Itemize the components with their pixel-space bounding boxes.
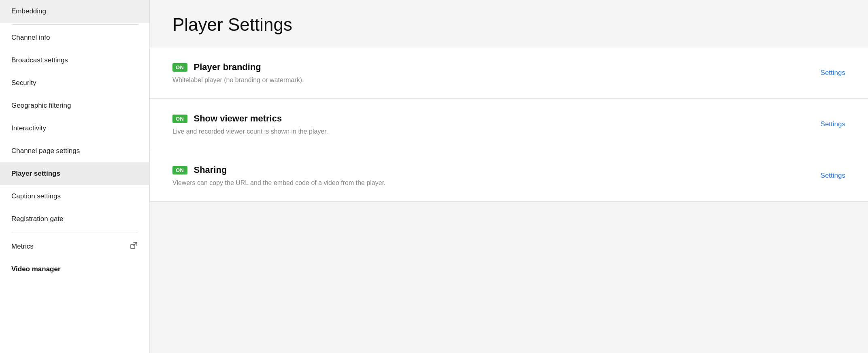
- settings-link-player-branding[interactable]: Settings: [821, 69, 845, 77]
- sidebar-item-channel-page-settings[interactable]: Channel page settings: [0, 140, 149, 162]
- setting-left-show-viewer-metrics: ONShow viewer metricsLive and recorded v…: [172, 113, 804, 135]
- sidebar-item-player-settings[interactable]: Player settings: [0, 162, 149, 185]
- setting-row-show-viewer-metrics: ONShow viewer metricsLive and recorded v…: [150, 99, 868, 150]
- sidebar-item-label: Metrics: [11, 242, 34, 251]
- setting-left-player-branding: ONPlayer brandingWhitelabel player (no b…: [172, 62, 804, 84]
- sidebar: EmbeddingChannel infoBroadcast settingsS…: [0, 0, 150, 353]
- sidebar-item-embedding[interactable]: Embedding: [0, 0, 149, 23]
- sidebar-item-caption-settings[interactable]: Caption settings: [0, 185, 149, 208]
- on-badge-player-branding: ON: [172, 63, 187, 72]
- page-title: Player Settings: [172, 15, 845, 35]
- sidebar-item-security[interactable]: Security: [0, 72, 149, 94]
- setting-row-player-branding: ONPlayer brandingWhitelabel player (no b…: [150, 47, 868, 99]
- setting-name-player-branding: Player branding: [194, 62, 261, 72]
- on-badge-show-viewer-metrics: ON: [172, 115, 187, 123]
- page-header: Player Settings: [150, 0, 868, 47]
- sidebar-section-label: Video manager: [0, 259, 149, 276]
- sidebar-item-channel-info[interactable]: Channel info: [0, 26, 149, 49]
- setting-description-player-branding: Whitelabel player (no branding or waterm…: [172, 77, 804, 84]
- external-link-icon: [130, 241, 138, 251]
- content-area: ONPlayer brandingWhitelabel player (no b…: [150, 47, 868, 202]
- setting-title-row-sharing: ONSharing: [172, 165, 804, 175]
- sidebar-divider: [11, 24, 138, 25]
- settings-link-show-viewer-metrics[interactable]: Settings: [821, 120, 845, 128]
- setting-description-show-viewer-metrics: Live and recorded viewer count is shown …: [172, 128, 804, 135]
- main-content: Player Settings ONPlayer brandingWhitela…: [150, 0, 868, 353]
- sidebar-item-geographic-filtering[interactable]: Geographic filtering: [0, 94, 149, 117]
- setting-title-row-player-branding: ONPlayer branding: [172, 62, 804, 72]
- on-badge-sharing: ON: [172, 166, 187, 174]
- setting-name-show-viewer-metrics: Show viewer metrics: [194, 113, 282, 124]
- sidebar-item-interactivity[interactable]: Interactivity: [0, 117, 149, 140]
- sidebar-divider: [11, 232, 138, 232]
- sidebar-item-registration-gate[interactable]: Registration gate: [0, 208, 149, 230]
- sidebar-item-metrics[interactable]: Metrics: [0, 234, 149, 259]
- settings-link-sharing[interactable]: Settings: [821, 172, 845, 180]
- setting-name-sharing: Sharing: [194, 165, 227, 175]
- setting-left-sharing: ONSharingViewers can copy the URL and th…: [172, 165, 804, 187]
- setting-title-row-show-viewer-metrics: ONShow viewer metrics: [172, 113, 804, 124]
- setting-row-sharing: ONSharingViewers can copy the URL and th…: [150, 150, 868, 201]
- sidebar-item-broadcast-settings[interactable]: Broadcast settings: [0, 49, 149, 72]
- setting-description-sharing: Viewers can copy the URL and the embed c…: [172, 179, 804, 187]
